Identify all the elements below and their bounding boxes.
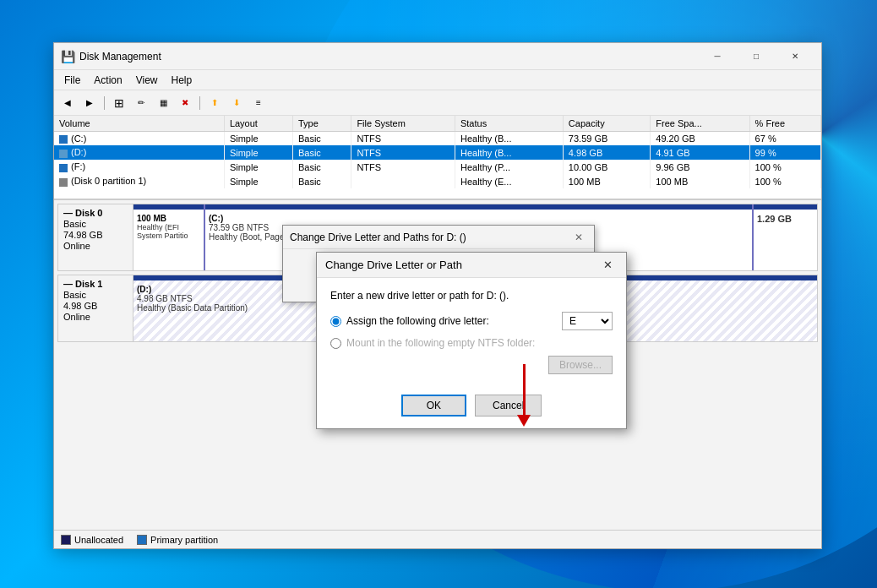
cell-volume: (Disk 0 partition 1)	[54, 174, 224, 188]
legend-unallocated-label: Unallocated	[74, 535, 123, 545]
disk1-status: Online	[63, 312, 128, 322]
toolbar: ◀ ▶ ⊞ ✏ ▦ ✖ ⬆ ⬇ ≡	[54, 90, 821, 116]
menu-view[interactable]: View	[129, 73, 165, 88]
toolbar-forward[interactable]: ▶	[79, 94, 100, 112]
toolbar-new[interactable]: ⊞	[109, 94, 129, 112]
titlebar: 💾 Disk Management ─ □ ✕	[54, 43, 821, 70]
cell-status: Healthy (E...	[455, 174, 563, 188]
dialog-prompt: Enter a new drive letter or path for D: …	[330, 290, 613, 302]
disk1-type: Basic	[63, 290, 128, 300]
drive-letter-select[interactable]: E F G	[562, 312, 613, 330]
maximize-button[interactable]: □	[737, 43, 776, 70]
cell-pct: 99 %	[749, 145, 820, 160]
disk0-type: Basic	[63, 219, 128, 229]
recovery-size: 1.29 GB	[757, 214, 814, 224]
legend-unallocated: Unallocated	[61, 535, 123, 545]
table-row[interactable]: (F:) Simple Basic NTFS Healthy (P... 10.…	[54, 160, 821, 174]
fg-dialog-buttons: OK Cancel	[317, 386, 626, 428]
mount-folder-row: Mount in the following empty NTFS folder…	[330, 337, 613, 349]
cell-status: Healthy (B...	[455, 145, 563, 160]
toolbar-edit[interactable]: ✏	[131, 94, 151, 112]
change-drive-letter-fg-dialog: Change Drive Letter or Path ✕ Enter a ne…	[316, 252, 627, 429]
cell-layout: Simple	[224, 174, 292, 188]
disk0-efi-partition[interactable]: 100 MB Healthy (EFI System Partitio	[133, 204, 205, 270]
cell-free: 49.20 GB	[651, 131, 749, 145]
col-layout: Layout	[224, 116, 292, 131]
legend-primary-label: Primary partition	[150, 535, 218, 545]
menu-action[interactable]: Action	[87, 73, 128, 88]
legend-unallocated-box	[61, 535, 71, 545]
toolbar-down[interactable]: ⬇	[226, 94, 247, 112]
cell-free: 9.96 GB	[651, 160, 749, 174]
disk-management-window: 💾 Disk Management ─ □ ✕ File Action View…	[53, 42, 822, 549]
assign-label: Assign the following drive letter:	[346, 315, 557, 327]
menu-file[interactable]: File	[57, 73, 87, 88]
col-fs: File System	[351, 116, 455, 131]
disk1-name: ― Disk 1	[63, 279, 128, 289]
cell-fs: NTFS	[351, 160, 455, 174]
close-button[interactable]: ✕	[776, 43, 814, 70]
assign-radio[interactable]	[330, 316, 341, 327]
table-row[interactable]: (D:) Simple Basic NTFS Healthy (B... 4.9…	[54, 145, 821, 160]
col-pct: % Free	[749, 116, 820, 131]
cell-capacity: 73.59 GB	[563, 131, 650, 145]
titlebar-buttons: ─ □ ✕	[698, 43, 814, 70]
legend: Unallocated Primary partition	[54, 530, 821, 548]
mount-label: Mount in the following empty NTFS folder…	[346, 337, 613, 349]
minimize-button[interactable]: ─	[698, 43, 737, 70]
mount-radio[interactable]	[330, 338, 341, 349]
cell-fs: NTFS	[351, 145, 455, 160]
window-title: Disk Management	[79, 51, 698, 63]
table-row[interactable]: (C:) Simple Basic NTFS Healthy (B... 73.…	[54, 131, 821, 145]
cell-free: 100 MB	[651, 174, 749, 188]
browse-button[interactable]: Browse...	[548, 356, 613, 374]
toolbar-up[interactable]: ⬆	[204, 94, 225, 112]
efi-status: Healthy (EFI System Partitio	[137, 223, 200, 240]
col-status: Status	[455, 116, 563, 131]
disk0-size: 74.98 GB	[63, 230, 128, 240]
col-capacity: Capacity	[563, 116, 650, 131]
disk0-name: ― Disk 0	[63, 208, 128, 218]
cell-type: Basic	[292, 131, 351, 145]
app-icon: 💾	[61, 50, 74, 63]
menubar: File Action View Help	[54, 70, 821, 90]
cell-fs: NTFS	[351, 131, 455, 145]
cell-layout: Simple	[224, 160, 292, 174]
cell-volume: (F:)	[54, 160, 224, 174]
fg-cancel-button[interactable]: Cancel	[475, 395, 542, 416]
toolbar-sep1	[104, 96, 105, 110]
bg-dialog-titlebar: Change Drive Letter and Paths for D: () …	[283, 226, 594, 249]
col-type: Type	[292, 116, 351, 131]
fg-dialog-close-button[interactable]: ✕	[597, 255, 618, 275]
fg-dialog-titlebar: Change Drive Letter or Path ✕	[317, 253, 626, 278]
fg-dialog-title: Change Drive Letter or Path	[325, 259, 597, 271]
col-volume: Volume	[54, 116, 224, 131]
toolbar-back[interactable]: ◀	[57, 94, 78, 112]
efi-size: 100 MB	[137, 214, 200, 223]
cell-layout: Simple	[224, 131, 292, 145]
bg-dialog-close-button[interactable]: ✕	[570, 229, 587, 246]
cell-capacity: 4.98 GB	[563, 145, 650, 160]
menu-help[interactable]: Help	[165, 73, 199, 88]
assign-drive-letter-row: Assign the following drive letter: E F G	[330, 312, 613, 330]
c-drive-label: (C:)	[209, 214, 749, 223]
toolbar-menu[interactable]: ≡	[248, 94, 269, 112]
bg-dialog-title: Change Drive Letter and Paths for D: ()	[290, 231, 570, 243]
cell-pct: 100 %	[749, 174, 820, 188]
cell-capacity: 10.00 GB	[563, 160, 650, 174]
cell-volume: (D:)	[54, 145, 224, 160]
toolbar-properties[interactable]: ▦	[153, 94, 173, 112]
fg-ok-button[interactable]: OK	[401, 395, 466, 416]
cell-capacity: 100 MB	[563, 174, 650, 188]
disk0-recovery-partition[interactable]: 1.29 GB	[754, 204, 817, 270]
cell-type: Basic	[292, 174, 351, 188]
toolbar-delete[interactable]: ✖	[175, 94, 195, 112]
disk0-label: ― Disk 0 Basic 74.98 GB Online	[57, 204, 133, 271]
disk1-label: ― Disk 1 Basic 4.98 GB Online	[57, 275, 133, 342]
cell-volume: (C:)	[54, 131, 224, 145]
legend-primary-box	[137, 535, 147, 545]
table-row[interactable]: (Disk 0 partition 1) Simple Basic Health…	[54, 174, 821, 188]
cell-layout: Simple	[224, 145, 292, 160]
cell-free: 4.91 GB	[651, 145, 749, 160]
fg-dialog-body: Enter a new drive letter or path for D: …	[317, 278, 626, 386]
